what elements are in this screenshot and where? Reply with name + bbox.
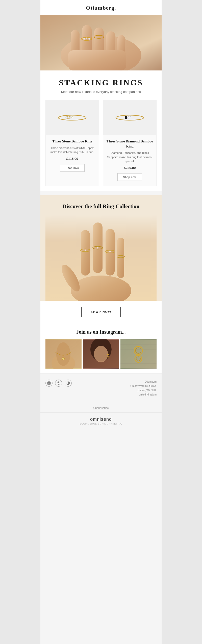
unsubscribe-section: Unsubscribe xyxy=(40,403,162,412)
hero-svg xyxy=(40,15,162,70)
svg-rect-20 xyxy=(125,116,127,119)
svg-point-58 xyxy=(48,382,50,384)
shop-now-large-button[interactable]: SHOP NOW xyxy=(81,307,121,317)
shop-now-button-2[interactable]: Shop now xyxy=(117,173,142,181)
svg-point-36 xyxy=(109,251,111,252)
svg-point-11 xyxy=(88,38,90,40)
instagram-tile-2[interactable] xyxy=(83,339,119,369)
footer: Otiumberg Great Western Studios, London,… xyxy=(40,373,162,403)
svg-rect-26 xyxy=(81,230,90,276)
product-name-1: Three Stone Bamboo Ring xyxy=(49,139,96,144)
instagram-section: Join us on Instagram... xyxy=(40,323,162,373)
footer-company: Otiumberg xyxy=(77,380,157,384)
product-image-1 xyxy=(46,100,99,135)
omnisend-footer: omnisend Ecommerce Email Marketing xyxy=(40,412,162,431)
omnisend-logo: omnisend xyxy=(40,417,162,422)
product-card-1: Three Stone Bamboo Ring Three different … xyxy=(45,100,99,186)
product-grid: Three Stone Bamboo Ring Three different … xyxy=(45,100,157,186)
svg-point-15 xyxy=(66,116,68,118)
stacking-subtitle: Meet our new luxurious everyday stacking… xyxy=(45,90,157,94)
discover-title: Discover the full Ring Collection xyxy=(45,203,157,210)
svg-point-17 xyxy=(71,116,73,118)
product-name-2: Three Stone Diamond Bamboo Ring xyxy=(106,139,153,149)
svg-point-59 xyxy=(49,382,50,383)
stacking-title: STACKING RINGS xyxy=(45,78,157,87)
svg-point-22 xyxy=(130,116,131,118)
svg-point-18 xyxy=(116,115,144,120)
discover-section: Discover the full Ring Collection xyxy=(40,195,162,301)
instagram-title: Join us on Instagram... xyxy=(45,329,157,335)
shop-now-button-1[interactable]: Shop now xyxy=(60,164,85,172)
instagram-grid xyxy=(45,339,157,369)
email-container: Otiumberg. xyxy=(40,0,162,644)
pinterest-icon[interactable] xyxy=(55,380,62,387)
header: Otiumberg. xyxy=(40,0,162,15)
svg-point-35 xyxy=(97,247,98,249)
instagram-icon[interactable] xyxy=(45,380,53,387)
svg-rect-57 xyxy=(47,382,50,385)
hero-image-inner xyxy=(40,15,162,70)
unsubscribe-link[interactable]: Unsubscribe xyxy=(93,406,109,409)
facebook-icon[interactable] xyxy=(65,380,72,387)
svg-point-10 xyxy=(86,38,87,39)
product-image-2 xyxy=(103,100,156,135)
hero-image xyxy=(40,15,162,70)
omnisend-brand: omnisend xyxy=(90,417,112,422)
svg-point-44 xyxy=(94,346,108,362)
svg-point-60 xyxy=(57,382,60,385)
svg-point-46 xyxy=(107,356,109,358)
footer-line1: Great Western Studios, xyxy=(77,384,157,388)
ring-1-svg xyxy=(57,113,87,123)
instagram-tile-2-svg xyxy=(83,339,119,369)
footer-social xyxy=(45,380,72,387)
svg-rect-7 xyxy=(68,50,126,70)
svg-point-21 xyxy=(128,117,129,118)
svg-point-9 xyxy=(83,38,85,40)
product-price-2: £220.00 xyxy=(103,166,156,170)
footer-line2: London, W2 5EU, xyxy=(77,388,157,392)
product-desc-2: Diamond, Tanzanite, and Black Sapphire m… xyxy=(107,151,153,163)
discover-hand-image xyxy=(45,215,157,301)
logo: Otiumberg. xyxy=(40,5,162,11)
product-card-2: Three Stone Diamond Bamboo Ring Diamond,… xyxy=(103,100,157,186)
product-desc-1: Three different cuts of White Topaz make… xyxy=(49,146,95,154)
omnisend-tagline: Ecommerce Email Marketing xyxy=(40,423,162,425)
svg-point-16 xyxy=(69,117,71,118)
instagram-tile-1-svg xyxy=(45,339,82,369)
svg-point-34 xyxy=(85,250,86,251)
instagram-tile-3-svg xyxy=(120,339,157,369)
product-price-1: £115.00 xyxy=(46,157,99,161)
svg-point-40 xyxy=(62,358,64,360)
shop-now-large-wrapper: SHOP NOW xyxy=(40,301,162,323)
discover-hand-svg xyxy=(45,215,157,301)
ring-2-svg xyxy=(115,113,145,123)
footer-line3: United Kingdom xyxy=(77,392,157,397)
instagram-tile-3[interactable] xyxy=(120,339,157,369)
footer-address: Otiumberg Great Western Studios, London,… xyxy=(77,380,157,397)
instagram-tile-1[interactable] xyxy=(45,339,82,369)
stacking-section: STACKING RINGS Meet our new luxurious ev… xyxy=(40,70,162,191)
